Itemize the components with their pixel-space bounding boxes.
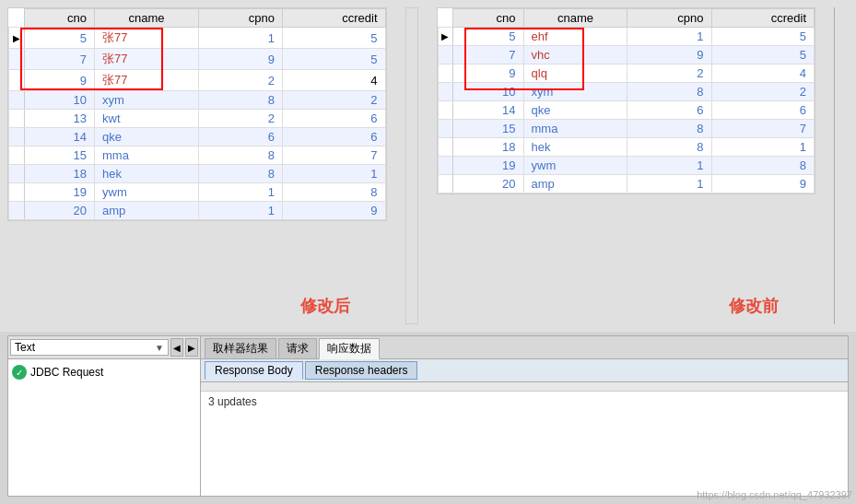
table-row[interactable]: 9qlq24 <box>438 64 815 83</box>
row-indicator <box>438 157 453 175</box>
cell-cpno: 8 <box>627 138 711 157</box>
cell-ccredit: 9 <box>711 175 814 193</box>
row-indicator <box>9 91 25 110</box>
table-row[interactable]: ▶5张7715 <box>9 28 386 49</box>
table-row[interactable]: 10xym82 <box>438 83 815 101</box>
right-scrollbar[interactable] <box>834 7 849 324</box>
tree-item-jdbc[interactable]: ✓ JDBC Request <box>12 363 196 381</box>
table-row[interactable]: 14qke66 <box>438 101 815 120</box>
cell-cno: 15 <box>24 147 95 165</box>
table-row[interactable]: 20amp19 <box>438 175 815 193</box>
cell-ccredit: 4 <box>711 64 814 83</box>
after-col-cpno: cpno <box>198 9 282 28</box>
table-row[interactable]: 15mma87 <box>438 120 815 138</box>
row-indicator <box>9 165 25 183</box>
table-row[interactable]: 13kwt26 <box>9 110 386 128</box>
cell-ccredit: 4 <box>283 70 385 91</box>
results-panel: 取样器结果 请求 响应数据 Response Body Response hea… <box>201 335 849 497</box>
cell-cno: 10 <box>453 83 524 101</box>
watermark: https://blog.csdn.net/qq_47932397 <box>697 489 852 500</box>
table-row[interactable]: 7vhc95 <box>438 46 815 64</box>
row-indicator <box>438 138 453 157</box>
cell-cpno: 8 <box>198 91 282 110</box>
table-row[interactable]: 18hek81 <box>9 165 386 183</box>
cell-cname: qke <box>95 128 199 147</box>
before-col-cname: cname <box>523 9 627 28</box>
cell-ccredit: 1 <box>283 165 385 183</box>
after-table-container[interactable]: cno cname cpno ccredit ▶5张77157张77959张77… <box>8 8 386 220</box>
scroll-up-btn[interactable]: ◀ <box>170 338 183 357</box>
cell-cno: 5 <box>24 28 95 49</box>
cell-cno: 19 <box>453 157 524 175</box>
cell-cname: kwt <box>95 110 199 128</box>
scroll-down-btn[interactable]: ▶ <box>185 338 198 357</box>
tab-sampler-result[interactable]: 取样器结果 <box>205 338 276 358</box>
tab-request[interactable]: 请求 <box>278 338 317 358</box>
table-row[interactable]: 20amp19 <box>9 202 386 220</box>
cell-cno: 19 <box>24 183 95 202</box>
sub-tab-response-body[interactable]: Response Body <box>205 361 303 380</box>
bottom-section: Text ▼ ◀ ▶ ✓ JDBC Request 取样器结果 请求 响应数据 <box>0 332 856 504</box>
cell-cname: vhc <box>523 46 627 64</box>
jmeter-toolbar: Text ▼ ◀ ▶ <box>8 336 200 359</box>
before-col-ccredit: ccredit <box>711 9 814 28</box>
table-row[interactable]: 9张7724 <box>9 70 386 91</box>
before-col-cno: cno <box>453 9 524 28</box>
sub-tab-response-headers[interactable]: Response headers <box>305 361 418 380</box>
cell-cno: 13 <box>24 110 95 128</box>
scroll-divider <box>405 7 418 324</box>
cell-cname: hek <box>523 138 627 157</box>
left-panel-wrapper: cno cname cpno ccredit ▶5张77157张77959张77… <box>7 7 387 324</box>
table-row[interactable]: 19ywm18 <box>9 183 386 202</box>
row-indicator <box>438 64 453 83</box>
table-row[interactable]: 15mma87 <box>9 147 386 165</box>
row-indicator: ▶ <box>9 28 25 49</box>
cell-cname: mma <box>95 147 199 165</box>
table-row[interactable]: 19ywm18 <box>438 157 815 175</box>
cell-cname: amp <box>95 202 199 220</box>
before-table-container[interactable]: cno cname cpno ccredit ▶5ehf157vhc959qlq… <box>438 8 815 193</box>
cell-cname: ywm <box>95 183 199 202</box>
table-row[interactable]: 18hek81 <box>438 138 815 157</box>
after-table-panel: cno cname cpno ccredit ▶5张77157张77959张77… <box>7 7 387 221</box>
row-indicator <box>9 128 25 147</box>
cell-cname: xym <box>95 91 199 110</box>
cell-cno: 20 <box>24 202 95 220</box>
cell-cpno: 1 <box>627 28 711 46</box>
cell-cno: 7 <box>24 49 95 70</box>
cell-cname: 张77 <box>95 49 199 70</box>
table-row[interactable]: 14qke66 <box>9 128 386 147</box>
cell-cpno: 6 <box>627 101 711 120</box>
main-container: cno cname cpno ccredit ▶5张77157张77959张77… <box>0 0 856 504</box>
before-col-cpno: cpno <box>627 9 711 28</box>
cell-ccredit: 2 <box>283 91 385 110</box>
tab-response-data[interactable]: 响应数据 <box>319 338 380 359</box>
cell-cpno: 2 <box>198 70 282 91</box>
cell-cno: 9 <box>453 64 524 83</box>
row-indicator <box>438 175 453 193</box>
cell-cno: 14 <box>24 128 95 147</box>
row-indicator <box>9 49 25 70</box>
cell-cpno: 6 <box>198 128 282 147</box>
jmeter-panel: Text ▼ ◀ ▶ ✓ JDBC Request <box>7 335 201 497</box>
row-indicator <box>438 83 453 101</box>
table-row[interactable]: 10xym82 <box>9 91 386 110</box>
row-indicator <box>438 46 453 64</box>
cell-cpno: 8 <box>627 120 711 138</box>
row-indicator <box>9 70 25 91</box>
table-row[interactable]: 7张7795 <box>9 49 386 70</box>
cell-cno: 5 <box>453 28 524 46</box>
cell-cname: qke <box>523 101 627 120</box>
text-dropdown[interactable]: Text ▼ <box>10 339 169 356</box>
cell-ccredit: 6 <box>283 110 385 128</box>
cell-cpno: 1 <box>627 157 711 175</box>
cell-cno: 14 <box>453 101 524 120</box>
cell-cname: ehf <box>523 28 627 46</box>
dropdown-text: Text <box>15 341 35 354</box>
after-table: cno cname cpno ccredit ▶5张77157张77959张77… <box>8 8 386 220</box>
results-text: 3 updates <box>208 395 257 408</box>
row-indicator <box>9 202 25 220</box>
sub-tabs: Response Body Response headers <box>201 359 848 382</box>
table-row[interactable]: ▶5ehf15 <box>438 28 815 46</box>
row-indicator: ▶ <box>438 28 453 46</box>
